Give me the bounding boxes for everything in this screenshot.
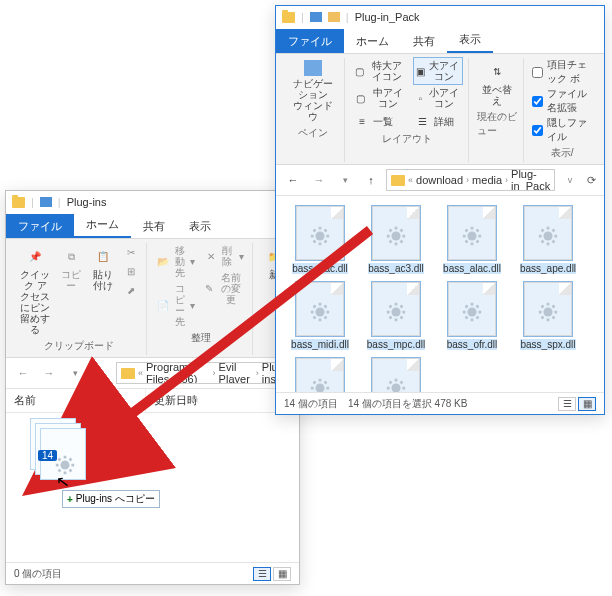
breadcrumb[interactable]: download	[416, 174, 463, 186]
file-item[interactable]: bass_ape.dll	[514, 206, 582, 274]
nav-pane-button[interactable]: ナビゲーション ウィンドウ	[288, 58, 338, 124]
paste-shortcut-button[interactable]: ⬈	[122, 281, 140, 299]
copy-button[interactable]: ⧉ コピー	[58, 243, 84, 293]
tab-share[interactable]: 共有	[401, 29, 447, 53]
group-label: レイアウト	[382, 132, 432, 146]
breadcrumb[interactable]: media	[472, 174, 502, 186]
sort-button[interactable]: ⇅ 並べ替え	[477, 58, 518, 108]
group-label: ペイン	[298, 126, 328, 140]
details-view-button[interactable]: ☰	[253, 567, 271, 581]
large-icons-button[interactable]: ▣大アイコン	[414, 58, 462, 84]
delete-button[interactable]: ✕削除▾	[203, 243, 246, 269]
forward-button[interactable]: →	[308, 169, 330, 191]
details-view-button[interactable]: ☰	[558, 397, 576, 411]
tab-view[interactable]: 表示	[177, 214, 223, 238]
pin-quick-access-button[interactable]: 📌 クイック アクセス にピン留めする	[18, 243, 52, 337]
qat-icon[interactable]	[328, 12, 340, 22]
folder-icon	[391, 175, 405, 186]
file-item[interactable]: bass_mpc.dll	[362, 282, 430, 350]
file-thumb	[296, 206, 344, 260]
svg-point-4	[315, 307, 324, 316]
hidden-files-checkbox[interactable]: 隠しファイル	[532, 116, 592, 144]
item-check-checkbox[interactable]: 項目チェック ボ	[532, 58, 592, 86]
move-to-button[interactable]: 📂移動先▾	[155, 243, 197, 280]
file-name: bass_midi.dll	[291, 339, 349, 350]
address-box[interactable]: « Program Files (x86) › Evil Player › Pl…	[116, 362, 293, 384]
recent-button[interactable]: ▾	[64, 362, 86, 384]
qat-icon[interactable]	[40, 197, 52, 207]
medium-icon: ▢	[355, 91, 365, 105]
copy-to-icon: 📄	[157, 298, 169, 312]
divider: |	[301, 11, 304, 23]
back-button[interactable]: ←	[12, 362, 34, 384]
breadcrumb[interactable]: Evil Player	[219, 362, 253, 384]
status-count: 14 個の項目	[284, 397, 338, 411]
file-item[interactable]: bass_midi.dll	[286, 282, 354, 350]
details-button[interactable]: ☰詳細	[414, 112, 462, 130]
file-name: bass_alac.dll	[443, 263, 501, 274]
up-button[interactable]: ↑	[90, 362, 112, 384]
address-box[interactable]: « download › media › Plug-in_Pack	[386, 169, 555, 191]
file-item[interactable]: bass_ofr.dll	[438, 282, 506, 350]
column-headers[interactable]: 名前 更新日時	[6, 389, 299, 413]
tab-home[interactable]: ホーム	[74, 212, 131, 238]
window-title: Plug-in_Pack	[355, 11, 420, 23]
svg-point-8	[315, 383, 324, 392]
cut-button[interactable]: ✂	[122, 243, 140, 261]
file-item[interactable]: bass_aac.dll	[286, 206, 354, 274]
rename-button[interactable]: ✎名前の変更	[203, 270, 246, 307]
sort-icon: ⇅	[486, 60, 508, 82]
file-icon-area[interactable]: bass_aac.dllbass_ac3.dllbass_alac.dllbas…	[276, 196, 604, 392]
xlarge-icons-button[interactable]: ▢特大アイコン	[353, 58, 408, 84]
file-item[interactable]: bass_wv.dll	[286, 358, 354, 392]
back-button[interactable]: ←	[282, 169, 304, 191]
tab-view[interactable]: 表示	[447, 27, 493, 53]
file-item[interactable]: bass_alac.dll	[438, 206, 506, 274]
group-label: クリップボード	[44, 339, 114, 353]
icons-view-button[interactable]: ▦	[578, 397, 596, 411]
file-item[interactable]: bass_ac3.dll	[362, 206, 430, 274]
chevron-right-icon: «	[408, 175, 413, 185]
col-name[interactable]: 名前	[6, 389, 146, 412]
file-tab[interactable]: ファイル	[6, 214, 74, 238]
status-selection: 14 個の項目を選択 478 KB	[348, 397, 467, 411]
window-title: Plug-ins	[67, 196, 107, 208]
icons-view-button[interactable]: ▦	[273, 567, 291, 581]
medium-icons-button[interactable]: ▢中アイコン	[353, 85, 408, 111]
qat-icon[interactable]	[310, 12, 322, 22]
file-thumb	[372, 358, 420, 392]
rename-icon: ✎	[205, 282, 213, 296]
delete-icon: ✕	[205, 249, 216, 263]
file-ext-checkbox[interactable]: ファイル名拡張	[532, 87, 592, 115]
copy-to-button[interactable]: 📄コピー先▾	[155, 281, 197, 329]
chevron-right-icon: ›	[505, 175, 508, 185]
tab-home[interactable]: ホーム	[344, 29, 401, 53]
file-thumb	[448, 206, 496, 260]
tab-row: ファイル ホーム 共有 表示	[6, 213, 299, 239]
file-tab[interactable]: ファイル	[276, 29, 344, 53]
chevron-right-icon: ›	[256, 368, 259, 378]
gear-icon	[461, 225, 483, 247]
list-button[interactable]: ≡一覧	[353, 112, 408, 130]
status-bar: 14 個の項目 14 個の項目を選択 478 KB ☰ ▦	[276, 392, 604, 414]
titlebar[interactable]: | | Plug-ins	[6, 191, 299, 213]
breadcrumb[interactable]: Plug-in_Pack	[511, 169, 550, 191]
refresh-button[interactable]: ⟳	[585, 174, 598, 187]
forward-button[interactable]: →	[38, 362, 60, 384]
paste-button[interactable]: 📋 貼り付け	[90, 243, 116, 293]
details-icon: ☰	[416, 114, 430, 128]
file-item[interactable]: OptimFROG.dll	[362, 358, 430, 392]
dropdown-button[interactable]: v	[559, 169, 581, 191]
small-icons-button[interactable]: ▫小アイコン	[414, 85, 462, 111]
explorer-window-pack: | | Plug-in_Pack ファイル ホーム 共有 表示 ナビゲーション …	[275, 5, 605, 415]
gear-icon	[385, 301, 407, 323]
tab-share[interactable]: 共有	[131, 214, 177, 238]
recent-button[interactable]: ▾	[334, 169, 356, 191]
gear-icon	[461, 301, 483, 323]
titlebar[interactable]: | | Plug-in_Pack	[276, 6, 604, 28]
up-button[interactable]: ↑	[360, 169, 382, 191]
breadcrumb[interactable]: Program Files (x86)	[146, 362, 210, 384]
file-item[interactable]: bass_spx.dll	[514, 282, 582, 350]
copy-path-button[interactable]: ⊞	[122, 262, 140, 280]
folder-icon	[121, 368, 135, 379]
